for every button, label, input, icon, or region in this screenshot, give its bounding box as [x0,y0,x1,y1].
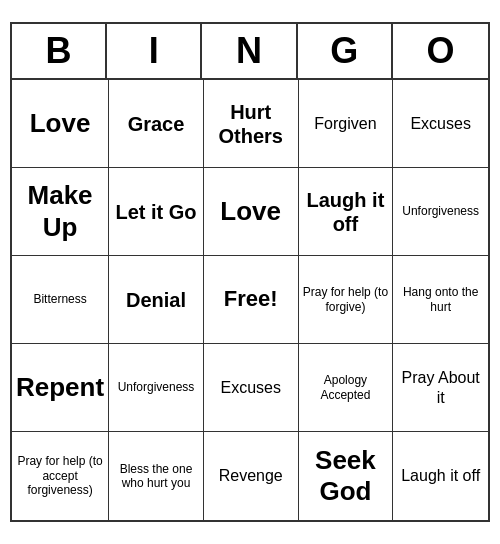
bingo-cell: Pray for help (to accept forgiveness) [12,432,109,520]
cell-text: Laugh it off [401,466,480,485]
cell-text: Revenge [219,466,283,485]
header-letter: B [12,24,107,78]
bingo-cell: Hang onto the hurt [393,256,488,344]
header-letter: I [107,24,202,78]
cell-text: Hurt Others [208,100,294,148]
cell-text: Denial [126,288,186,312]
cell-text: Grace [128,112,185,136]
cell-text: Pray for help (to accept forgiveness) [16,454,104,497]
bingo-cell: Pray for help (to forgive) [299,256,394,344]
bingo-cell: Apology Accepted [299,344,394,432]
cell-text: Love [30,108,91,139]
cell-text: Hang onto the hurt [397,285,484,314]
bingo-cell: Unforgiveness [109,344,204,432]
bingo-cell: Pray About it [393,344,488,432]
header-letter: O [393,24,488,78]
bingo-cell: Bitterness [12,256,109,344]
bingo-cell: Unforgiveness [393,168,488,256]
cell-text: Forgiven [314,114,376,133]
cell-text: Free! [224,286,278,312]
cell-text: Make Up [16,180,104,242]
bingo-cell: Make Up [12,168,109,256]
bingo-cell: Grace [109,80,204,168]
bingo-header: BINGO [12,24,488,80]
cell-text: Excuses [410,114,470,133]
bingo-cell: Excuses [204,344,299,432]
cell-text: Love [220,196,281,227]
cell-text: Excuses [220,378,280,397]
bingo-cell: Laugh it off [393,432,488,520]
bingo-cell: Revenge [204,432,299,520]
cell-text: Repent [16,372,104,403]
header-letter: G [298,24,393,78]
cell-text: Laugh it off [303,188,389,236]
cell-text: Seek God [303,445,389,507]
cell-text: Let it Go [115,200,196,224]
bingo-cell: Denial [109,256,204,344]
cell-text: Unforgiveness [118,380,195,394]
bingo-cell: Forgiven [299,80,394,168]
bingo-cell: Free! [204,256,299,344]
bingo-card: BINGO LoveGraceHurt OthersForgivenExcuse… [10,22,490,522]
bingo-cell: Bless the one who hurt you [109,432,204,520]
cell-text: Bitterness [33,292,86,306]
bingo-cell: Let it Go [109,168,204,256]
bingo-cell: Seek God [299,432,394,520]
cell-text: Apology Accepted [303,373,389,402]
bingo-cell: Repent [12,344,109,432]
header-letter: N [202,24,297,78]
cell-text: Bless the one who hurt you [113,462,199,491]
cell-text: Pray for help (to forgive) [303,285,389,314]
bingo-cell: Hurt Others [204,80,299,168]
bingo-cell: Excuses [393,80,488,168]
cell-text: Unforgiveness [402,204,479,218]
bingo-cell: Laugh it off [299,168,394,256]
cell-text: Pray About it [397,368,484,406]
bingo-cell: Love [12,80,109,168]
bingo-cell: Love [204,168,299,256]
bingo-grid: LoveGraceHurt OthersForgivenExcusesMake … [12,80,488,520]
